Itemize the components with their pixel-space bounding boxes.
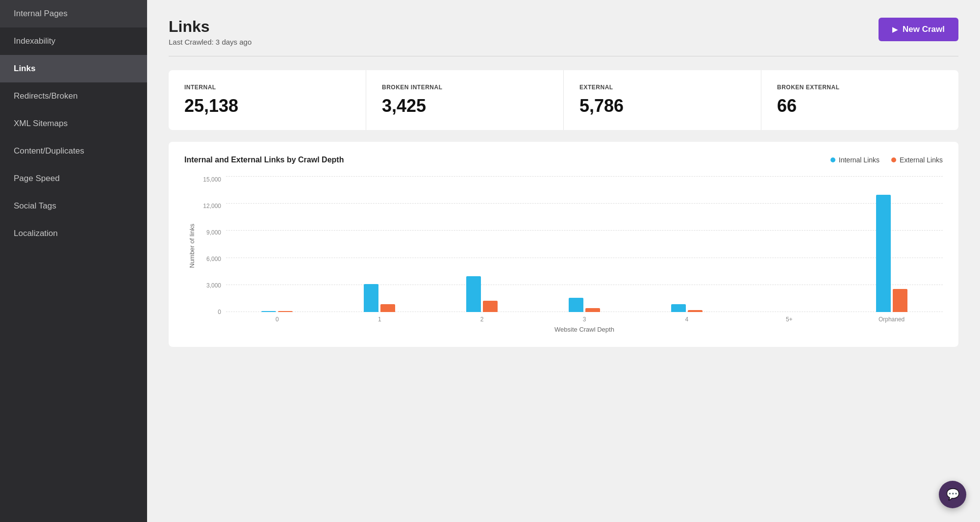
bar-group-3 (533, 176, 636, 312)
x-label-Orphaned: Orphaned (840, 316, 943, 323)
header-divider (169, 56, 958, 56)
legend-label-external: External Links (900, 156, 943, 164)
chart-header: Internal and External Links by Crawl Dep… (184, 156, 943, 164)
sidebar-item-content-duplicates[interactable]: Content/Duplicates (0, 137, 147, 165)
sidebar-item-links[interactable]: Links (0, 55, 147, 82)
chart-plot (226, 176, 943, 312)
bar-external-4 (688, 310, 703, 312)
stat-broken-external: BROKEN EXTERNAL 66 (761, 70, 958, 130)
chat-fab-button[interactable]: 💬 (939, 481, 966, 508)
y-label-6000: 6,000 (206, 256, 221, 262)
chart-title: Internal and External Links by Crawl Dep… (184, 156, 344, 164)
stats-card: INTERNAL 25,138 BROKEN INTERNAL 3,425 EX… (169, 70, 958, 130)
sidebar-item-social-tags[interactable]: Social Tags (0, 192, 147, 220)
main-content: Links Last Crawled: 3 days ago ▶ New Cra… (147, 0, 980, 522)
legend-dot-external (891, 157, 896, 162)
chat-icon: 💬 (946, 488, 959, 501)
x-axis-labels: 012345+Orphaned (226, 316, 943, 323)
sidebar-item-localization[interactable]: Localization (0, 220, 147, 247)
page-title-group: Links Last Crawled: 3 days ago (169, 18, 251, 46)
chart-legend: Internal Links External Links (830, 156, 943, 164)
y-label-0: 0 (218, 309, 221, 315)
last-crawled: Last Crawled: 3 days ago (169, 38, 251, 46)
bar-external-Orphaned (893, 289, 907, 312)
bar-internal-1 (364, 284, 378, 312)
legend-external: External Links (891, 156, 943, 164)
bar-external-3 (585, 308, 600, 312)
y-axis-title: Number of links (188, 224, 196, 268)
bar-group-1 (328, 176, 431, 312)
bar-group-0 (226, 176, 328, 312)
y-label-12000: 12,000 (203, 203, 221, 209)
sidebar-item-internal-pages[interactable]: Internal Pages (0, 0, 147, 27)
y-axis-title-wrap: Number of links (184, 176, 199, 333)
bar-external-2 (483, 301, 498, 312)
sidebar-item-page-speed[interactable]: Page Speed (0, 165, 147, 192)
legend-label-internal: Internal Links (839, 156, 879, 164)
chart-card: Internal and External Links by Crawl Dep… (169, 142, 958, 347)
stat-internal: INTERNAL 25,138 (169, 70, 366, 130)
chart-area-wrap: Number of links 0 3,000 6,000 9,000 12,0… (184, 176, 943, 333)
bars-row (226, 176, 943, 312)
sidebar-item-redirects-broken[interactable]: Redirects/Broken (0, 82, 147, 110)
bar-internal-4 (671, 304, 686, 312)
bar-external-1 (380, 304, 395, 312)
sidebar-item-indexability[interactable]: Indexability (0, 27, 147, 55)
x-label-1: 1 (328, 316, 431, 323)
y-label-9000: 9,000 (206, 229, 221, 236)
legend-dot-internal (830, 157, 835, 162)
bar-external-0 (278, 311, 293, 312)
stat-external: EXTERNAL 5,786 (564, 70, 761, 130)
bar-group-Orphaned (840, 176, 943, 312)
new-crawl-button[interactable]: ▶ New Crawl (879, 18, 958, 41)
x-label-4: 4 (635, 316, 738, 323)
bar-internal-2 (466, 276, 481, 312)
bar-internal-3 (569, 298, 583, 312)
legend-internal: Internal Links (830, 156, 879, 164)
play-icon: ▶ (892, 26, 898, 33)
x-axis-title: Website Crawl Depth (226, 326, 943, 333)
bar-internal-Orphaned (876, 195, 891, 312)
bar-group-4 (635, 176, 738, 312)
page-title: Links (169, 18, 251, 36)
y-axis-labels: 0 3,000 6,000 9,000 12,000 15,000 (199, 176, 226, 333)
sidebar-item-xml-sitemaps[interactable]: XML Sitemaps (0, 110, 147, 137)
y-label-15000: 15,000 (203, 176, 221, 183)
x-label-5+: 5+ (738, 316, 840, 323)
bar-group-2 (431, 176, 533, 312)
x-label-3: 3 (533, 316, 636, 323)
bar-internal-0 (261, 311, 276, 312)
bar-group-5+ (738, 176, 840, 312)
stat-broken-internal: BROKEN INTERNAL 3,425 (366, 70, 564, 130)
chart-plot-area: 012345+Orphaned Website Crawl Depth (226, 176, 943, 333)
sidebar: Internal Pages Indexability Links Redire… (0, 0, 147, 522)
x-label-2: 2 (431, 316, 533, 323)
page-header: Links Last Crawled: 3 days ago ▶ New Cra… (169, 18, 958, 46)
x-label-0: 0 (226, 316, 328, 323)
y-label-3000: 3,000 (206, 282, 221, 289)
